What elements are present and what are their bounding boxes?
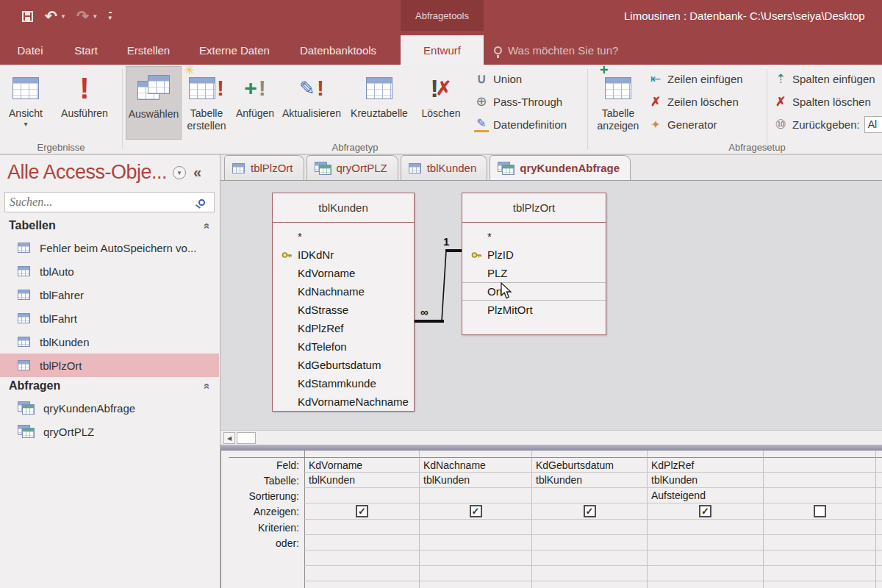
undo-icon[interactable]: ↶: [45, 9, 57, 24]
grid-cell-empty[interactable]: [876, 581, 882, 588]
auswaehlen-button[interactable]: Auswählen: [126, 66, 182, 140]
nav-search-box[interactable]: [4, 192, 215, 212]
shutter-bar-close-icon[interactable]: «: [193, 164, 201, 181]
tab-start[interactable]: Start: [65, 35, 107, 65]
sidebar-item-tblplzort[interactable]: tblPlzOrt: [0, 354, 219, 377]
section-abfragen[interactable]: Abfragen «: [0, 376, 219, 396]
field-row[interactable]: PLZ: [462, 264, 606, 282]
nav-pane-header[interactable]: Alle Access-Obje... ▾ «: [7, 161, 213, 184]
field-row[interactable]: *: [273, 227, 414, 245]
grid-cell-sortierung[interactable]: Aufsteigend: [648, 488, 764, 503]
field-row[interactable]: KdTelefon: [273, 337, 414, 356]
zurueckgeben-input[interactable]: Al: [864, 116, 882, 133]
grid-cell-sortierung[interactable]: [876, 488, 882, 503]
anzeigen-checkbox[interactable]: ✓: [699, 505, 711, 517]
grid-cell-feld[interactable]: [876, 457, 882, 473]
ansicht-button[interactable]: Ansicht ▾: [3, 66, 49, 140]
sidebar-item-qrykundenabfrage[interactable]: qryKundenAbfrage: [0, 396, 219, 420]
zeilen-loeschen-button[interactable]: ✗ Zeilen löschen: [648, 92, 739, 111]
grid-cell-empty[interactable]: [532, 581, 648, 588]
grid-cell-empty[interactable]: [304, 581, 420, 588]
grid-cell-empty[interactable]: [420, 581, 532, 588]
sidebar-item-fehler[interactable]: Fehler beim AutoSpeichern vo...: [0, 236, 219, 259]
field-row[interactable]: KdStrasse: [273, 301, 414, 319]
grid-cell-sortierung[interactable]: [764, 488, 876, 503]
grid-cell-empty[interactable]: [764, 581, 876, 588]
doc-tab-tblplzort[interactable]: tblPlzOrt: [224, 155, 304, 180]
grid-cell-tabelle[interactable]: tblKunden: [304, 473, 420, 488]
collapse-section-icon[interactable]: «: [201, 383, 213, 389]
field-row[interactable]: KdVorname: [273, 264, 414, 282]
section-tabellen[interactable]: Tabellen «: [0, 215, 219, 236]
sidebar-item-tblkunden[interactable]: tblKunden: [0, 330, 219, 354]
sidebar-item-qryortplz[interactable]: qryOrtPLZ: [0, 420, 219, 443]
grid-cell-empty[interactable]: [876, 551, 882, 566]
grid-cell-kriterien[interactable]: [764, 520, 876, 535]
grid-cell-empty[interactable]: [532, 551, 648, 566]
query-design-surface[interactable]: tblKunden * IDKdNr KdVorname KdNachname …: [220, 181, 882, 430]
ansicht-dropdown-icon[interactable]: ▾: [24, 120, 27, 128]
scrollbar-thumb[interactable]: [237, 432, 256, 444]
grid-cell-empty[interactable]: [420, 566, 532, 581]
grid-cell-feld[interactable]: KdGeburtsdatum: [532, 457, 648, 473]
grid-cell-feld[interactable]: KdNachname: [420, 457, 532, 473]
grid-cell-empty[interactable]: [532, 566, 648, 581]
spalten-einfuegen-button[interactable]: ⇡ Spalten einfügen: [773, 69, 875, 88]
spalten-loeschen-button[interactable]: ✗ Spalten löschen: [773, 92, 871, 111]
grid-cell-empty[interactable]: [876, 566, 882, 581]
design-horizontal-scrollbar[interactable]: ◀: [220, 430, 882, 445]
field-row[interactable]: *: [462, 227, 606, 245]
undo-dropdown-icon[interactable]: ▾: [62, 12, 65, 20]
field-row[interactable]: KdPlzRef: [273, 319, 414, 337]
collapse-section-icon[interactable]: «: [201, 223, 213, 229]
customize-qat-icon[interactable]: ▾: [109, 12, 112, 21]
tab-externe-daten[interactable]: Externe Daten: [187, 35, 282, 65]
grid-cell-tabelle[interactable]: tblKunden: [532, 473, 648, 488]
datendefinition-button[interactable]: ✎ Datendefinition: [474, 115, 567, 134]
grid-cell-sortierung[interactable]: [532, 488, 648, 503]
grid-cell-sortierung[interactable]: [420, 488, 532, 503]
grid-cell-kriterien[interactable]: [648, 520, 764, 535]
save-icon[interactable]: [22, 11, 33, 22]
sidebar-item-tblauto[interactable]: tblAuto: [0, 259, 219, 283]
tab-datei[interactable]: Datei: [7, 35, 53, 65]
doc-tab-qrykundenabfrage[interactable]: qryKundenAbfrage: [490, 155, 631, 180]
zeilen-einfuegen-button[interactable]: ⇤ Zeilen einfügen: [648, 69, 743, 88]
loeschen-button[interactable]: ! ✗ Löschen: [415, 66, 467, 140]
search-icon[interactable]: [198, 199, 205, 206]
grid-cell-empty[interactable]: [764, 566, 876, 581]
grid-cell-oder[interactable]: [648, 535, 764, 551]
grid-cell-feld[interactable]: [764, 457, 876, 473]
grid-cell-tabelle[interactable]: [764, 473, 876, 488]
doc-tab-tblkunden[interactable]: tblKunden: [401, 155, 488, 180]
grid-cell-oder[interactable]: [532, 535, 648, 551]
grid-cell-oder[interactable]: [764, 535, 876, 551]
grid-cell-empty[interactable]: [420, 551, 532, 566]
kreuztabelle-button[interactable]: Kreuztabelle: [345, 66, 414, 140]
anzeigen-checkbox[interactable]: ✓: [470, 505, 482, 517]
generator-button[interactable]: ✦ Generator: [648, 115, 717, 134]
grid-cell-sortierung[interactable]: [304, 488, 420, 503]
query-design-grid[interactable]: Feld: KdVorname KdNachname KdGeburtsdatu…: [220, 451, 882, 588]
tab-entwurf[interactable]: Entwurf: [401, 35, 484, 65]
pass-through-button[interactable]: ⊕ Pass-Through: [474, 92, 562, 111]
scroll-left-icon[interactable]: ◀: [223, 432, 235, 444]
field-row[interactable]: PlzMitOrt: [462, 301, 606, 319]
grid-cell-empty[interactable]: [304, 566, 420, 581]
grid-cell-feld[interactable]: KdVorname: [304, 457, 420, 473]
aktualisieren-button[interactable]: ✎ ! Aktualisieren: [280, 66, 343, 140]
field-list-tblkunden[interactable]: tblKunden * IDKdNr KdVorname KdNachname …: [272, 193, 415, 412]
search-input[interactable]: [5, 196, 198, 209]
field-row-primary-key[interactable]: PlzID: [462, 245, 606, 264]
grid-cell-oder[interactable]: [876, 535, 882, 551]
grid-cell-kriterien[interactable]: [532, 520, 648, 535]
grid-cell-tabelle[interactable]: tblKunden: [648, 473, 764, 488]
field-row[interactable]: KdVornameNachname: [273, 392, 414, 411]
field-row-highlighted[interactable]: Ort: [462, 282, 606, 301]
grid-cell-feld[interactable]: KdPlzRef: [648, 457, 764, 473]
anzeigen-checkbox[interactable]: ✓: [356, 505, 368, 517]
grid-cell-oder[interactable]: [304, 535, 420, 551]
nav-pane-menu-icon[interactable]: ▾: [173, 166, 186, 179]
grid-cell-kriterien[interactable]: [420, 520, 532, 535]
grid-cell-kriterien[interactable]: [304, 520, 420, 535]
